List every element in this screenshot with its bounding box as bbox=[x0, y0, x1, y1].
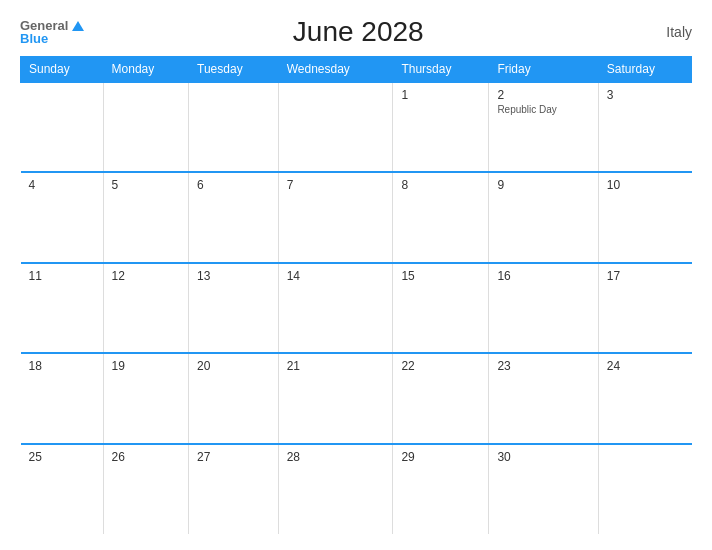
calendar-day-cell: 23 bbox=[489, 353, 598, 443]
weekday-header-cell: Wednesday bbox=[278, 57, 393, 83]
calendar-day-cell bbox=[21, 82, 104, 172]
calendar-day-cell: 10 bbox=[598, 172, 691, 262]
calendar-week-row: 12Republic Day3 bbox=[21, 82, 692, 172]
day-number: 29 bbox=[401, 450, 480, 464]
calendar-day-cell: 22 bbox=[393, 353, 489, 443]
calendar-week-row: 45678910 bbox=[21, 172, 692, 262]
weekday-header-cell: Thursday bbox=[393, 57, 489, 83]
day-number: 8 bbox=[401, 178, 480, 192]
calendar-week-row: 18192021222324 bbox=[21, 353, 692, 443]
calendar-day-cell: 30 bbox=[489, 444, 598, 534]
day-number: 21 bbox=[287, 359, 385, 373]
calendar-header: General Blue June 2028 Italy bbox=[20, 16, 692, 48]
day-number: 1 bbox=[401, 88, 480, 102]
calendar-day-cell: 18 bbox=[21, 353, 104, 443]
holiday-name: Republic Day bbox=[497, 104, 589, 115]
calendar-day-cell: 24 bbox=[598, 353, 691, 443]
day-number: 4 bbox=[29, 178, 95, 192]
calendar-day-cell: 16 bbox=[489, 263, 598, 353]
day-number: 24 bbox=[607, 359, 684, 373]
calendar-day-cell: 17 bbox=[598, 263, 691, 353]
calendar-day-cell: 25 bbox=[21, 444, 104, 534]
weekday-header-row: SundayMondayTuesdayWednesdayThursdayFrid… bbox=[21, 57, 692, 83]
day-number: 17 bbox=[607, 269, 684, 283]
calendar-day-cell bbox=[278, 82, 393, 172]
day-number: 20 bbox=[197, 359, 270, 373]
calendar-week-row: 11121314151617 bbox=[21, 263, 692, 353]
country-label: Italy bbox=[632, 24, 692, 40]
day-number: 13 bbox=[197, 269, 270, 283]
calendar-day-cell bbox=[598, 444, 691, 534]
calendar-day-cell: 19 bbox=[103, 353, 188, 443]
day-number: 26 bbox=[112, 450, 180, 464]
day-number: 22 bbox=[401, 359, 480, 373]
day-number: 9 bbox=[497, 178, 589, 192]
calendar-day-cell: 4 bbox=[21, 172, 104, 262]
day-number: 27 bbox=[197, 450, 270, 464]
day-number: 19 bbox=[112, 359, 180, 373]
day-number: 28 bbox=[287, 450, 385, 464]
calendar-day-cell: 15 bbox=[393, 263, 489, 353]
calendar-day-cell: 20 bbox=[189, 353, 279, 443]
day-number: 10 bbox=[607, 178, 684, 192]
calendar-title: June 2028 bbox=[84, 16, 632, 48]
calendar-day-cell: 28 bbox=[278, 444, 393, 534]
calendar-week-row: 252627282930 bbox=[21, 444, 692, 534]
day-number: 14 bbox=[287, 269, 385, 283]
logo: General Blue bbox=[20, 19, 84, 45]
weekday-header-cell: Friday bbox=[489, 57, 598, 83]
day-number: 11 bbox=[29, 269, 95, 283]
weekday-header-cell: Saturday bbox=[598, 57, 691, 83]
day-number: 23 bbox=[497, 359, 589, 373]
calendar-day-cell: 21 bbox=[278, 353, 393, 443]
calendar-table: SundayMondayTuesdayWednesdayThursdayFrid… bbox=[20, 56, 692, 534]
day-number: 16 bbox=[497, 269, 589, 283]
calendar-day-cell: 8 bbox=[393, 172, 489, 262]
logo-triangle-icon bbox=[72, 21, 84, 31]
calendar-day-cell: 26 bbox=[103, 444, 188, 534]
day-number: 2 bbox=[497, 88, 589, 102]
calendar-day-cell: 29 bbox=[393, 444, 489, 534]
calendar-day-cell: 6 bbox=[189, 172, 279, 262]
day-number: 5 bbox=[112, 178, 180, 192]
calendar-day-cell: 2Republic Day bbox=[489, 82, 598, 172]
calendar-day-cell: 9 bbox=[489, 172, 598, 262]
day-number: 3 bbox=[607, 88, 684, 102]
calendar-day-cell: 14 bbox=[278, 263, 393, 353]
calendar-day-cell: 3 bbox=[598, 82, 691, 172]
day-number: 25 bbox=[29, 450, 95, 464]
calendar-day-cell: 5 bbox=[103, 172, 188, 262]
calendar-day-cell: 12 bbox=[103, 263, 188, 353]
day-number: 12 bbox=[112, 269, 180, 283]
day-number: 15 bbox=[401, 269, 480, 283]
weekday-header-cell: Monday bbox=[103, 57, 188, 83]
calendar-day-cell: 1 bbox=[393, 82, 489, 172]
calendar-day-cell: 13 bbox=[189, 263, 279, 353]
calendar-day-cell: 27 bbox=[189, 444, 279, 534]
logo-blue-text: Blue bbox=[20, 32, 84, 45]
day-number: 7 bbox=[287, 178, 385, 192]
day-number: 18 bbox=[29, 359, 95, 373]
calendar-day-cell bbox=[103, 82, 188, 172]
day-number: 6 bbox=[197, 178, 270, 192]
weekday-header-cell: Tuesday bbox=[189, 57, 279, 83]
calendar-day-cell: 7 bbox=[278, 172, 393, 262]
calendar-day-cell bbox=[189, 82, 279, 172]
day-number: 30 bbox=[497, 450, 589, 464]
weekday-header-cell: Sunday bbox=[21, 57, 104, 83]
calendar-day-cell: 11 bbox=[21, 263, 104, 353]
